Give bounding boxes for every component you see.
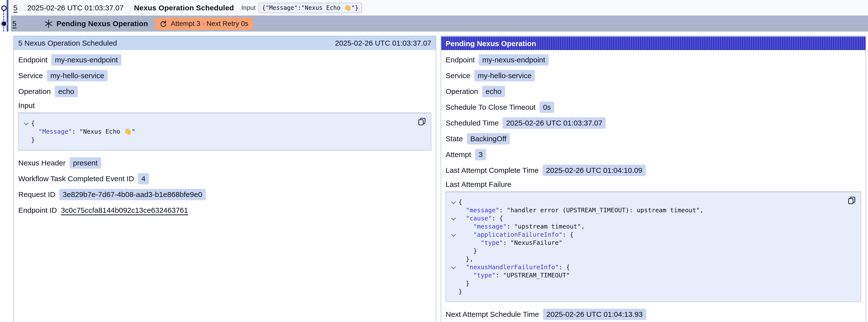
field-operation: Operationecho [445,86,861,97]
code-line: } [448,247,846,255]
field-label: Service [18,71,43,80]
field-service: Servicemy-hello-service [18,70,431,82]
chevron-down-icon[interactable] [451,216,456,220]
pending-event-id-link[interactable]: 5 [12,20,17,28]
retry-arrow-icon [159,20,167,28]
input-json-lines: { "Message": "Nexus Echo 👋"} [21,119,416,144]
field-label: Next Attempt Schedule Time [445,310,539,319]
chevron-down-icon[interactable] [451,199,456,204]
collapse-gutter [448,214,458,222]
code-text: { [31,119,35,127]
code-line: } [448,279,846,288]
code-gutter [448,271,458,279]
code-line: "type": "NexusFailure" [448,239,846,247]
field-label: Last Attempt Complete Time [445,166,538,174]
code-text: }, [458,255,473,263]
code-line: "type": "UPSTREAM_TIMEOUT" [448,271,846,279]
code-gutter [448,279,458,288]
field-label: Endpoint ID [18,206,57,215]
code-text: "type": "UPSTREAM_TIMEOUT" [458,271,570,279]
field-value-link[interactable]: 3c0c75ccfa8144b092c13ce632463761 [61,206,188,215]
code-text: } [458,247,477,255]
code-text: } [31,136,35,144]
field-value-chip: 0s [539,102,554,113]
collapse-gutter [448,230,458,239]
right-fields-bottom: Next Attempt Schedule Time2025-02-26 UTC… [445,309,861,320]
code-gutter [448,222,458,230]
code-text: "type": "NexusFailure" [458,239,562,247]
timeline-selected-bar [7,0,8,32]
field-value-chip: my-nexus-endpoint [51,54,121,66]
field-value-chip: 4 [138,173,149,185]
field-value-chip: my-hello-service [47,70,107,82]
pending-operation-panel: Pending Nexus Operation Endpointmy-nexus… [441,36,866,322]
left-fields-top: Endpointmy-nexus-endpointServicemy-hello… [18,54,431,97]
event-title: Nexus Operation Scheduled [134,4,234,12]
code-text: "Message": "Nexus Echo 👋" [31,127,135,136]
timeline-event-dot-filled-icon [2,22,6,26]
field-value-chip: present [69,157,101,169]
timeline-event-dot-open-icon [1,5,7,11]
code-text: "applicationFailureInfo": { [458,230,574,239]
code-line: "message": "handler error (UPSTREAM_TIME… [448,206,846,214]
workflow-event-history-view: 5 2025-02-26 UTC 01:03:37.07 Nexus Opera… [0,0,868,322]
copy-icon[interactable] [417,117,426,126]
code-gutter [448,239,458,247]
asterisk-icon [44,19,53,28]
code-text: "message": "upstream timeout", [458,222,585,230]
field-label: Endpoint [18,56,48,64]
field-request-id: Request ID3e829b7e-7d67-4b08-aad3-b1e868… [18,189,431,200]
event-input-label: Input [241,4,256,11]
code-gutter [448,247,458,255]
code-text: { [458,198,462,206]
code-line: { [21,119,416,127]
failure-json-viewer: { "message": "handler error (UPSTREAM_TI… [445,192,861,302]
chevron-down-icon[interactable] [451,232,456,237]
field-value-chip: 3 [475,149,486,160]
pending-operation-header: Pending Nexus Operation [441,36,866,50]
field-endpoint: Endpointmy-nexus-endpoint [18,54,431,66]
field-value-chip: my-hello-service [474,70,535,82]
event-timestamp: 2025-02-26 UTC 01:03:37.07 [27,4,124,12]
code-gutter [448,206,458,214]
field-value-chip: 2025-02-26 UTC 01:03:37.07 [503,117,606,129]
event-input-preview-chip: {"Message":"Nexus Echo 👋"} [258,3,362,13]
code-line: { [448,198,846,206]
code-gutter [448,288,458,296]
field-attempt: Attempt3 [445,149,861,160]
retry-badge-label: Attempt 3 · Next Retry 0s [171,20,248,28]
event-row-pending-nexus-operation[interactable]: 5 Pending Nexus Operation Attempt 3 · Ne… [11,15,868,32]
event-id-link[interactable]: 5 [13,4,18,12]
code-gutter [21,127,31,136]
event-detail-panel: 5 Nexus Operation Scheduled 2025-02-26 U… [13,36,436,322]
field-value-chip: 2025-02-26 UTC 01:04:10.09 [542,165,646,176]
field-label: Operation [445,87,478,96]
field-nexus-header: Nexus Headerpresent [18,157,431,169]
field-endpoint: Endpointmy-nexus-endpoint [445,54,861,66]
event-row-nexus-operation-scheduled[interactable]: 5 2025-02-26 UTC 01:03:37.07 Nexus Opera… [11,0,868,15]
code-gutter [21,136,31,144]
code-text: "nexusHandlerFailureInfo": { [458,263,570,271]
field-value-chip: 2025-02-26 UTC 01:04:13.93 [543,309,646,320]
chevron-down-icon[interactable] [24,121,29,126]
code-text: "cause": { [458,214,503,222]
input-json-viewer: { "Message": "Nexus Echo 👋"} [18,113,431,151]
field-scheduled-time: Scheduled Time2025-02-26 UTC 01:03:37.07 [445,117,861,129]
field-next-attempt-schedule-time: Next Attempt Schedule Time2025-02-26 UTC… [445,309,861,320]
failure-json-lines: { "message": "handler error (UPSTREAM_TI… [448,198,846,296]
field-label: Endpoint [445,56,475,64]
field-value-chip: my-nexus-endpoint [479,54,549,66]
copy-icon[interactable] [847,196,856,205]
code-line: "message": "upstream timeout", [448,222,846,230]
field-label: Schedule To Close Timeout [445,103,536,111]
field-workflow-task-completed-event-id: Workflow Task Completed Event ID4 [18,173,431,185]
left-fields-bottom: Nexus HeaderpresentWorkflow Task Complet… [18,157,431,216]
code-line: }, [448,255,846,263]
chevron-down-icon[interactable] [451,264,456,269]
field-label: Operation [18,87,51,96]
code-line: "Message": "Nexus Echo 👋" [21,127,416,136]
code-text: } [458,279,469,288]
field-value-chip: echo [482,86,505,97]
field-value-chip: 3e829b7e-7d67-4b08-aad3-b1e868bfe9e0 [59,189,206,200]
pending-operation-header-title: Pending Nexus Operation [445,39,536,48]
